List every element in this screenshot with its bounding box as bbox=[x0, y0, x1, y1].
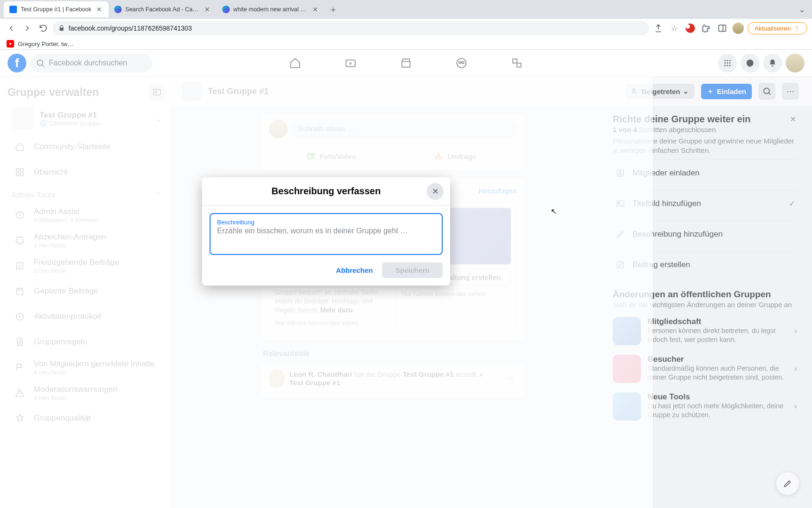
profile-avatar[interactable] bbox=[732, 22, 745, 35]
favicon-facebook bbox=[9, 6, 17, 13]
setup-item-post[interactable]: Beitrag erstellen bbox=[613, 251, 797, 278]
featured-add-button[interactable]: Hinzufügen bbox=[478, 187, 517, 195]
nav-marketplace-icon[interactable] bbox=[380, 52, 432, 74]
compose-photo-button[interactable]: Foto/Video bbox=[269, 147, 393, 165]
bookmark-star-icon[interactable]: ☆ bbox=[668, 22, 681, 35]
sidebar-settings-icon[interactable] bbox=[148, 84, 165, 101]
poll-label: Umfrage bbox=[448, 152, 476, 160]
admin-only-note: Nur Admins können das sehen. bbox=[402, 290, 511, 297]
cancel-button[interactable]: Abbrechen bbox=[329, 262, 379, 278]
tab-close-icon[interactable]: ✕ bbox=[203, 6, 211, 13]
setup-item-label: Titelbild hinzufügen bbox=[632, 199, 701, 208]
sidebar-item-moderation-alerts[interactable]: Moderationswarnungen 0 neu heute bbox=[8, 381, 165, 405]
setup-item-label: Mitglieder einladen bbox=[632, 168, 700, 178]
sidebar-item-overview[interactable]: Übersicht bbox=[8, 160, 165, 184]
sidebar-group-selector[interactable]: Test Gruppe #1 🌐Öffentliche Gruppe ⌄ bbox=[8, 103, 165, 134]
bookmark-label[interactable]: Gregory Porter, tw… bbox=[18, 40, 73, 48]
tab-title: Test Gruppe #1 | Facebook bbox=[21, 6, 92, 13]
changes-item-membership[interactable]: Mitgliedschaft Personen können direkt be… bbox=[611, 312, 799, 350]
nav-home-icon[interactable] bbox=[269, 52, 321, 74]
messenger-icon[interactable] bbox=[741, 54, 759, 72]
sidebar-item-reported-content[interactable]: Von Mitgliedern gemeldete Inhalte 0 neu … bbox=[8, 355, 165, 380]
post-group-name[interactable]: Test Gruppe #1 bbox=[403, 370, 453, 378]
sidebar-item-activity-log[interactable]: Aktivitätenprotokoll bbox=[8, 304, 165, 329]
more-options-button[interactable]: ⋯ bbox=[782, 83, 799, 100]
share-icon[interactable] bbox=[652, 22, 665, 35]
svg-point-5 bbox=[462, 62, 464, 64]
sidebar-item-admin-assist[interactable]: Admin Assist 0 Aktivitäten, 0 Kriterien bbox=[8, 203, 165, 227]
sidebar-item-label: Gruppenregeln bbox=[34, 337, 87, 347]
sidepanel-icon[interactable] bbox=[716, 22, 729, 35]
joined-button[interactable]: Beigetreten ⌄ bbox=[625, 84, 695, 99]
user-avatar[interactable] bbox=[269, 119, 288, 138]
tools-icon bbox=[613, 392, 641, 421]
user-avatar[interactable] bbox=[786, 54, 804, 72]
chevron-down-icon: ⌄ bbox=[683, 87, 689, 95]
forward-button[interactable] bbox=[21, 22, 34, 35]
sidebar-section-admin-tools[interactable]: Admin-Tools ⌄ bbox=[8, 184, 165, 202]
back-button[interactable] bbox=[5, 22, 18, 35]
setup-item-invite[interactable]: Mitglieder einladen bbox=[613, 159, 797, 186]
adblock-icon[interactable]: ⬢ bbox=[684, 22, 697, 35]
tab-canva-design[interactable]: white modern new arrival watc ✕ bbox=[217, 1, 325, 17]
new-tab-button[interactable]: ＋ bbox=[327, 3, 340, 16]
setup-close-icon[interactable]: ✕ bbox=[789, 114, 797, 125]
sidebar-item-label: Moderationswarnungen bbox=[34, 385, 117, 394]
changes-item-visitors[interactable]: Besucher Standardmäßig können auch Perso… bbox=[611, 350, 799, 388]
compose-input[interactable]: Schreib etwas … bbox=[291, 119, 517, 138]
search-group-button[interactable] bbox=[758, 83, 775, 100]
sort-label[interactable]: Relevanteste bbox=[261, 348, 524, 364]
post-author-avatar[interactable] bbox=[269, 369, 285, 388]
facebook-search[interactable]: Facebook durchsuchen bbox=[30, 54, 152, 72]
post-crumb-group[interactable]: Test Gruppe #1 bbox=[289, 379, 340, 387]
new-post-fab[interactable] bbox=[776, 472, 799, 495]
sidebar-item-badge-requests[interactable]: Abzeichen-Anfragen 0 neu heute bbox=[8, 228, 165, 253]
quality-icon bbox=[11, 410, 28, 427]
nav-watch-icon[interactable] bbox=[325, 52, 376, 74]
description-textarea[interactable] bbox=[217, 226, 435, 247]
description-field[interactable]: Beschreibung bbox=[210, 213, 443, 255]
group-thumbnail bbox=[11, 107, 34, 130]
update-button[interactable]: Aktualisieren ⋮ bbox=[748, 22, 807, 34]
post-author-name[interactable]: Leon R. Chaudhari bbox=[289, 370, 352, 378]
sidebar-item-scheduled-posts[interactable]: Geplante Beiträge bbox=[8, 279, 165, 303]
tabs-dropdown-icon[interactable]: ⌄ bbox=[795, 3, 808, 16]
sidebar-group-visibility: Öffentliche Gruppe bbox=[49, 120, 100, 127]
nav-groups-icon[interactable] bbox=[436, 52, 487, 74]
sidebar-item-group-rules[interactable]: Gruppenregeln bbox=[8, 330, 165, 354]
post-more-icon[interactable]: ⋯ bbox=[504, 371, 517, 386]
bookmarks-bar: Gregory Porter, tw… bbox=[0, 38, 812, 50]
tab-canva-search[interactable]: Search Facebook Ad - Canva ✕ bbox=[109, 1, 217, 17]
url-bar[interactable]: facebook.com/groups/1187626598741303 bbox=[53, 21, 649, 35]
reload-button[interactable] bbox=[37, 22, 50, 35]
tab-close-icon[interactable]: ✕ bbox=[312, 6, 319, 13]
nav-gaming-icon[interactable] bbox=[491, 52, 543, 74]
setup-progress-label: Schritten abgeschlossen bbox=[639, 126, 716, 134]
menu-dots-icon: ⋮ bbox=[794, 24, 800, 32]
setup-item-description[interactable]: Beschreibung hinzufügen bbox=[613, 221, 797, 247]
sidebar-title: Gruppe verwalten bbox=[8, 86, 99, 99]
modal-close-button[interactable]: ✕ bbox=[427, 183, 444, 200]
notifications-icon[interactable] bbox=[763, 54, 782, 72]
svg-rect-24 bbox=[16, 262, 23, 269]
menu-grid-icon[interactable] bbox=[718, 54, 737, 72]
tab-facebook[interactable]: Test Gruppe #1 | Facebook ✕ bbox=[4, 1, 109, 17]
joined-label: Beigetreten bbox=[641, 87, 680, 95]
sidebar-item-pending-posts[interactable]: Freizugebende Beiträge 0 neu heute bbox=[8, 254, 165, 278]
facebook-logo[interactable]: f bbox=[8, 54, 26, 72]
sidebar-item-group-quality[interactable]: Gruppenqualität bbox=[8, 406, 165, 430]
save-button[interactable]: Speichern bbox=[382, 262, 443, 278]
tab-close-icon[interactable]: ✕ bbox=[95, 6, 103, 13]
setup-item-cover[interactable]: Titelbild hinzufügen ✓ bbox=[613, 190, 797, 217]
url-text: facebook.com/groups/1187626598741303 bbox=[69, 24, 192, 32]
invite-button[interactable]: ＋ Einladen bbox=[701, 84, 752, 99]
svg-point-1 bbox=[37, 60, 43, 65]
changes-item-tools[interactable]: Neue Tools Du hast jetzt noch mehr Mögli… bbox=[611, 388, 799, 425]
people-icon bbox=[631, 87, 639, 95]
extensions-icon[interactable] bbox=[700, 22, 713, 35]
facebook-header: f Facebook durchsuchen bbox=[0, 50, 812, 76]
more-link[interactable]: Mehr dazu bbox=[320, 306, 352, 314]
compose-poll-button[interactable]: Umfrage bbox=[393, 147, 517, 165]
post-card: Leon R. Chaudhari hat die Gruppe Test Gr… bbox=[261, 364, 524, 397]
sidebar-item-community-home[interactable]: Community-Startseite bbox=[8, 135, 165, 159]
